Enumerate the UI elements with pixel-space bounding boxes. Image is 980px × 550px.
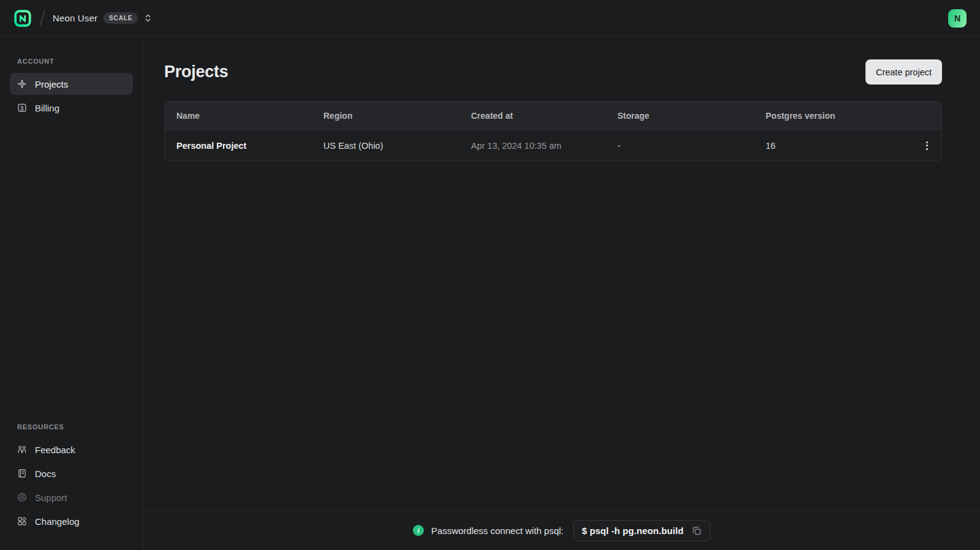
psql-command-box[interactable]: $ psql -h pg.neon.build: [573, 520, 710, 541]
projects-icon: [17, 79, 27, 89]
sidebar-resources-section: RESOURCES Feedback: [10, 423, 133, 534]
sidebar-item-billing[interactable]: $ Billing: [10, 97, 133, 119]
main-content: Projects Create project Name Region Crea…: [143, 37, 980, 510]
sidebar: ACCOUNT Projects $: [0, 37, 143, 550]
sidebar-account-section: ACCOUNT Projects $: [10, 58, 133, 121]
plan-badge: SCALE: [104, 12, 138, 24]
sidebar-item-docs[interactable]: Docs: [10, 462, 133, 484]
page-header: Projects Create project: [164, 59, 942, 85]
psql-command-text: $ psql -h pg.neon.build: [582, 526, 684, 536]
org-name[interactable]: Neon User: [53, 13, 97, 23]
info-icon: i: [413, 525, 424, 536]
top-bar: Neon User SCALE N: [0, 0, 980, 37]
project-name-cell: Personal Project: [176, 141, 323, 151]
column-header-postgres-version: Postgres version: [766, 111, 908, 121]
column-header-region: Region: [323, 111, 471, 121]
project-postgres-version-cell: 16: [766, 141, 908, 151]
table-header-row: Name Region Created at Storage Postgres …: [165, 102, 941, 130]
psql-hint-label: Passwordless connect with psql:: [431, 526, 564, 536]
main-area: Projects Create project Name Region Crea…: [143, 37, 980, 550]
breadcrumb-slash: [39, 10, 45, 26]
chevron-up-down-icon[interactable]: [144, 13, 152, 23]
project-storage-cell: -: [617, 141, 766, 151]
billing-icon: $: [17, 103, 27, 113]
table-row[interactable]: Personal Project US East (Ohio) Apr 13, …: [165, 130, 941, 160]
column-header-storage: Storage: [617, 111, 766, 121]
sidebar-item-support[interactable]: @ Support: [10, 486, 133, 508]
neon-logo-icon[interactable]: [13, 9, 32, 28]
create-project-button[interactable]: Create project: [865, 59, 942, 85]
copy-button[interactable]: [692, 526, 702, 536]
project-region-cell: US East (Ohio): [323, 141, 471, 151]
sidebar-item-label: Feedback: [35, 445, 75, 455]
svg-text:@: @: [20, 494, 25, 500]
sidebar-item-label: Changelog: [35, 516, 80, 527]
sidebar-item-changelog[interactable]: Changelog: [10, 510, 133, 532]
support-icon: @: [17, 492, 27, 502]
resources-section-label: RESOURCES: [17, 423, 133, 431]
column-header-created-at: Created at: [471, 111, 617, 121]
kebab-menu-icon: [926, 141, 928, 143]
column-header-name: Name: [176, 111, 323, 121]
psql-footer-bar: i Passwordless connect with psql: $ psql…: [143, 510, 980, 550]
row-actions-button[interactable]: [918, 137, 935, 154]
sidebar-item-label: Billing: [35, 103, 59, 113]
sidebar-item-label: Projects: [35, 79, 68, 89]
changelog-icon: [17, 516, 27, 526]
copy-icon: [692, 526, 702, 536]
docs-icon: [17, 469, 27, 478]
project-created-at-cell: Apr 13, 2024 10:35 am: [471, 141, 617, 151]
sidebar-item-feedback[interactable]: Feedback: [10, 439, 133, 461]
sidebar-item-projects[interactable]: Projects: [10, 73, 133, 95]
projects-table: Name Region Created at Storage Postgres …: [164, 101, 942, 161]
svg-text:$: $: [21, 105, 24, 110]
page-title: Projects: [164, 62, 228, 81]
user-avatar[interactable]: N: [948, 9, 967, 28]
sidebar-item-label: Docs: [35, 469, 56, 479]
account-section-label: ACCOUNT: [17, 58, 133, 65]
feedback-icon: [17, 445, 27, 454]
sidebar-item-label: Support: [35, 492, 67, 503]
